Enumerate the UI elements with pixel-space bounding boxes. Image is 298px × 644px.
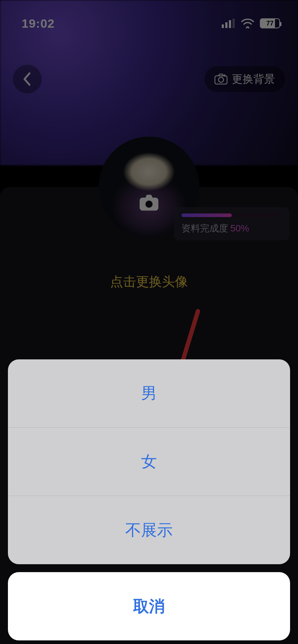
sheet-option-male-label: 男 — [141, 383, 157, 404]
gender-action-sheet: 男 女 不展示 取消 — [8, 359, 290, 644]
sheet-options-group: 男 女 不展示 — [8, 359, 290, 564]
sheet-option-none[interactable]: 不展示 — [8, 496, 290, 564]
sheet-option-female[interactable]: 女 — [8, 428, 290, 496]
sheet-option-male[interactable]: 男 — [8, 359, 290, 428]
sheet-option-female-label: 女 — [141, 451, 157, 472]
sheet-option-none-label: 不展示 — [125, 520, 173, 541]
sheet-cancel-label: 取消 — [133, 596, 165, 617]
home-indicator[interactable] — [99, 635, 199, 638]
sheet-cancel-button[interactable]: 取消 — [8, 572, 290, 640]
